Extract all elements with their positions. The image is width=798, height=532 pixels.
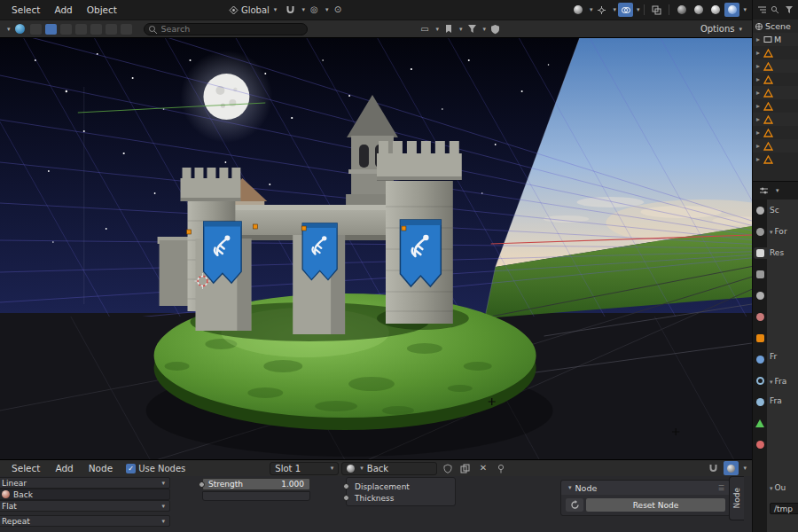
panel-grip-icon[interactable]: ☰	[718, 484, 724, 492]
outliner-object-row[interactable]: ▸	[753, 113, 798, 126]
shading-dropdown-chevron[interactable]: ▾	[743, 6, 747, 13]
3d-viewport[interactable]	[0, 37, 752, 459]
outliner-collection-row[interactable]: ▸ M	[753, 33, 798, 46]
node-panel-header[interactable]: ▾ Node ☰	[561, 481, 730, 495]
outliner-editor-icon[interactable]	[756, 3, 767, 17]
properties-editor-chevron[interactable]: ▾	[776, 187, 779, 194]
world-mode-icon[interactable]	[12, 22, 27, 36]
outliner-scene-row[interactable]: Scene	[753, 20, 798, 33]
image-datablock-row[interactable]: Back	[0, 489, 170, 500]
expand-arrow-icon[interactable]: ▸	[755, 155, 762, 163]
unlink-x-icon[interactable]: ✕	[475, 461, 490, 475]
toggle-xray-icon[interactable]	[649, 3, 664, 17]
annotation-icon[interactable]: ▭	[418, 22, 433, 36]
bookmark-chevron[interactable]: ▾	[459, 26, 463, 33]
expand-arrow-icon[interactable]: ▸	[755, 89, 762, 97]
node-canvas[interactable]: Linear ▾ Back Flat ▾ Repeat ▾ Strengt	[0, 476, 752, 532]
slot-dropdown[interactable]: Slot 1 ▾	[270, 462, 339, 475]
material-output-node[interactable]: Displacement Thickness	[346, 477, 456, 506]
proportional-dropdown-chevron[interactable]: ▾	[325, 6, 329, 13]
tab-output-icon[interactable]	[754, 247, 767, 259]
expand-arrow-icon[interactable]: ▸	[755, 129, 762, 137]
expand-arrow-icon[interactable]: ▸	[755, 142, 762, 150]
outliner-object-row[interactable]: ▸	[753, 139, 798, 153]
object-visibility-dropdown[interactable]	[571, 3, 586, 17]
visibility-chevron[interactable]: ▾	[590, 6, 593, 13]
search-input[interactable]	[144, 23, 308, 35]
strength-node-body[interactable]	[202, 491, 310, 501]
menu-select[interactable]: Select	[5, 3, 46, 17]
shading-solid-icon[interactable]	[691, 3, 706, 17]
bookmark-icon[interactable]	[441, 22, 456, 36]
show-overlays-icon[interactable]	[618, 3, 633, 17]
shader-menu-add[interactable]: Add	[49, 461, 79, 475]
extension-dropdown[interactable]: Repeat ▾	[0, 515, 170, 527]
expand-arrow-icon[interactable]: ▸	[755, 102, 762, 110]
displacement-socket[interactable]	[343, 483, 349, 489]
menu-object[interactable]: Object	[81, 3, 123, 17]
refresh-icon[interactable]	[566, 498, 583, 512]
tab-viewlayer-icon[interactable]	[754, 269, 767, 280]
shield-icon[interactable]	[488, 22, 503, 36]
expand-arrow-icon[interactable]: ▸	[755, 35, 762, 43]
shading-material-icon[interactable]	[708, 3, 723, 17]
pin-icon[interactable]	[493, 461, 508, 475]
outliner-object-row[interactable]: ▸	[753, 153, 798, 166]
use-nodes-checkbox[interactable]: ✓ Use Nodes	[121, 463, 190, 474]
snap-magnet-icon[interactable]	[283, 3, 298, 17]
interpolation-dropdown[interactable]: Linear ▾	[0, 477, 170, 489]
fake-user-shield-icon[interactable]	[440, 461, 455, 475]
tab-material-icon[interactable]	[754, 439, 767, 450]
tab-tool-icon[interactable]	[754, 205, 767, 216]
shader-snap-icon[interactable]	[706, 461, 721, 475]
tool-dropdown-chevron[interactable]: ▾	[7, 26, 11, 33]
mode-toggle-icon-6[interactable]	[106, 24, 117, 35]
tab-data-icon[interactable]	[754, 418, 767, 429]
mode-toggle-icon-2[interactable]	[45, 24, 57, 35]
proportional-editing-icon[interactable]: ◎	[307, 3, 322, 17]
outliner-object-row[interactable]: ▸	[753, 73, 798, 86]
tab-render-icon[interactable]	[754, 226, 767, 238]
tab-constraints-icon[interactable]	[754, 396, 767, 408]
menu-add[interactable]: Add	[48, 3, 78, 17]
new-material-copy-icon[interactable]	[458, 461, 473, 475]
overlays-chevron[interactable]: ▾	[637, 6, 640, 13]
material-selector[interactable]: ▾ Back	[341, 462, 437, 475]
outliner-object-row[interactable]: ▸	[753, 46, 798, 59]
shading-wireframe-icon[interactable]	[674, 3, 689, 17]
strength-input-socket[interactable]	[199, 481, 205, 488]
transform-orientation-dropdown[interactable]: Global ▾	[224, 4, 281, 16]
outliner-object-row[interactable]: ▸	[753, 126, 798, 139]
expand-arrow-icon[interactable]: ▸	[755, 75, 762, 83]
transform-pivot-icon[interactable]: ⊙	[330, 3, 345, 17]
shader-overlay-chevron[interactable]: ▾	[743, 465, 747, 472]
mode-toggle-icon-1[interactable]	[30, 24, 42, 35]
outliner-object-row[interactable]: ▸	[753, 99, 798, 113]
shader-menu-node[interactable]: Node	[82, 461, 119, 475]
panel-format-header[interactable]: ▾For	[770, 227, 787, 236]
show-gizmo-icon[interactable]	[594, 3, 609, 17]
mode-toggle-icon-3[interactable]	[60, 24, 72, 35]
outliner-object-row[interactable]: ▸	[753, 86, 798, 99]
outliner-search-icon[interactable]	[770, 3, 780, 17]
tab-object-icon[interactable]	[754, 332, 767, 344]
panel-output-header[interactable]: ▾Ou	[770, 483, 786, 492]
filter-funnel-icon[interactable]	[465, 22, 480, 36]
outliner-filter-icon[interactable]	[784, 3, 794, 17]
panel-frame-range-header[interactable]: ▾Fra	[770, 377, 786, 386]
shader-menu-select[interactable]: Select	[5, 461, 46, 475]
node-region-tab[interactable]: Node	[729, 476, 744, 520]
mode-toggle-icon-4[interactable]	[75, 24, 87, 35]
gizmo-chevron[interactable]: ▾	[613, 6, 616, 13]
shader-overlay-icon[interactable]	[724, 461, 739, 475]
tab-world-icon[interactable]	[754, 311, 767, 323]
thickness-socket[interactable]	[343, 495, 349, 501]
snap-dropdown-chevron[interactable]: ▾	[301, 6, 305, 13]
outliner-object-row[interactable]: ▸	[753, 59, 798, 73]
filter-chevron[interactable]: ▾	[483, 26, 487, 33]
annotation-chevron[interactable]: ▾	[436, 26, 440, 33]
projection-dropdown[interactable]: Flat ▾	[0, 500, 170, 512]
expand-arrow-icon[interactable]: ▸	[755, 62, 762, 70]
reset-node-button[interactable]: Reset Node	[586, 498, 725, 512]
output-path-field[interactable]: /tmp	[770, 503, 798, 514]
